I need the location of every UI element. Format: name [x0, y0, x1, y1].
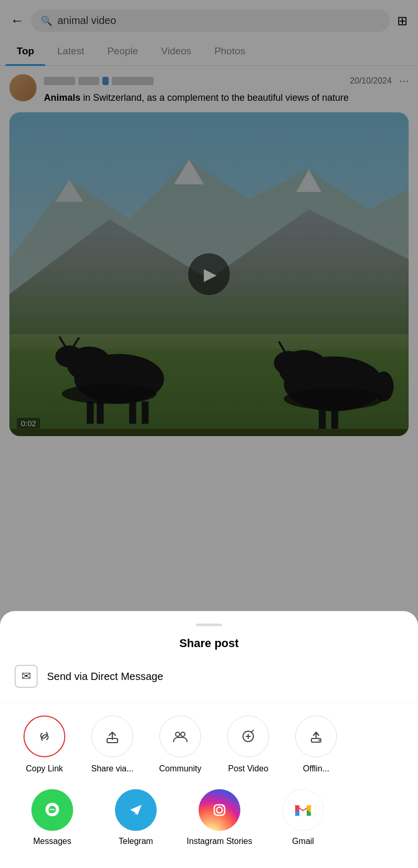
share-via-label: Share via...: [91, 764, 134, 775]
share-via-icon: [91, 715, 133, 757]
svg-point-35: [53, 809, 55, 811]
share-via-option[interactable]: Share via...: [78, 715, 146, 775]
copy-link-label: Copy Link: [26, 764, 63, 775]
messages-app-icon: [31, 789, 73, 831]
messages-app-item[interactable]: Messages: [10, 789, 94, 847]
svg-point-37: [217, 807, 223, 813]
offline-icon: [295, 715, 337, 757]
svg-point-38: [223, 806, 224, 807]
post-video-icon: [227, 715, 269, 757]
post-video-option[interactable]: Post Video: [214, 715, 282, 775]
telegram-app-item[interactable]: Telegram: [94, 789, 178, 847]
gmail-app-item[interactable]: Gmail: [261, 789, 345, 847]
gmail-app-icon: [282, 789, 324, 831]
copy-link-option[interactable]: Copy Link: [10, 715, 78, 775]
instagram-label: Instagram Stories: [187, 836, 252, 847]
svg-point-28: [181, 732, 185, 736]
copy-link-icon: [24, 715, 65, 757]
post-video-label: Post Video: [228, 764, 268, 775]
send-dm-row[interactable]: ✉ Send via Direct Message: [0, 665, 418, 703]
share-sheet: Share post ✉ Send via Direct Message Cop…: [0, 611, 418, 868]
community-label: Community: [159, 764, 202, 775]
svg-point-31: [319, 740, 320, 741]
app-icons-row: Messages Telegram Instagram: [0, 775, 418, 847]
svg-point-34: [52, 809, 53, 811]
share-options-row: Copy Link Share via... Community: [0, 703, 418, 775]
svg-point-27: [176, 732, 180, 736]
offline-option[interactable]: Offlin...: [282, 715, 350, 775]
sheet-handle: [196, 624, 222, 626]
instagram-app-icon: [199, 789, 240, 831]
community-option[interactable]: Community: [146, 715, 214, 775]
offline-label: Offlin...: [303, 764, 329, 775]
instagram-app-item[interactable]: Instagram Stories: [178, 789, 261, 847]
share-sheet-title: Share post: [0, 637, 418, 650]
dm-label: Send via Direct Message: [47, 671, 163, 683]
telegram-label: Telegram: [119, 836, 153, 847]
svg-point-33: [50, 809, 52, 811]
messages-label: Messages: [33, 836, 72, 847]
dm-icon: ✉: [15, 665, 38, 688]
telegram-app-icon: [115, 789, 157, 831]
gmail-label: Gmail: [292, 836, 314, 847]
community-icon: [159, 715, 201, 757]
